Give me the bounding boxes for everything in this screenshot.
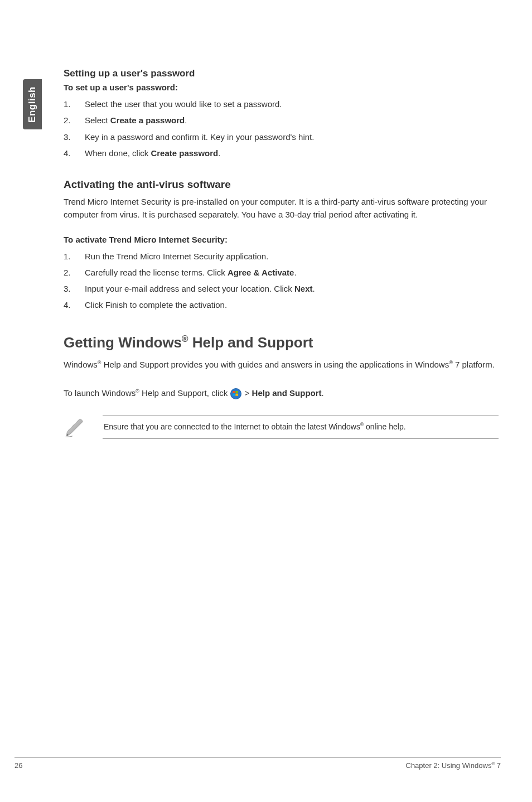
step-text: Click Finish to complete the activation. (85, 298, 499, 311)
step-text: When done, click Create password. (85, 147, 499, 160)
step-number: 3. (64, 131, 85, 143)
setting-password-subheading: To set up a user's password: (64, 83, 499, 92)
chapter-label: Chapter 2: Using Windows® 7 (406, 761, 501, 770)
pen-note-icon (64, 416, 87, 439)
step-number: 1. (64, 250, 85, 263)
language-tab-label: English (27, 86, 38, 123)
antivirus-steps: 1. Run the Trend Micro Internet Security… (64, 250, 499, 312)
list-item: 2. Carefully read the license terms. Cli… (64, 266, 499, 279)
page-number: 26 (14, 761, 22, 770)
step-number: 3. (64, 282, 85, 295)
page-footer: 26 Chapter 2: Using Windows® 7 (14, 757, 501, 770)
list-item: 3. Key in a password and confirm it. Key… (64, 131, 499, 143)
step-number: 4. (64, 147, 85, 160)
list-item: 4. Click Finish to complete the activati… (64, 298, 499, 311)
step-number: 1. (64, 98, 85, 110)
step-text: Select the user that you would like to s… (85, 98, 499, 110)
antivirus-subheading: To activate Trend Micro Internet Securit… (64, 235, 499, 244)
list-item: 3. Input your e-mail address and select … (64, 282, 499, 295)
list-item: 1. Run the Trend Micro Internet Security… (64, 250, 499, 263)
step-text: Select Create a password. (85, 114, 499, 127)
step-text: Carefully read the license terms. Click … (85, 266, 499, 279)
step-text: Key in a password and confirm it. Key in… (85, 131, 499, 143)
step-number: 2. (64, 266, 85, 279)
help-support-launch: To launch Windows® Help and Support, cli… (64, 386, 499, 399)
list-item: 2. Select Create a password. (64, 114, 499, 127)
setting-password-steps: 1. Select the user that you would like t… (64, 98, 499, 160)
language-tab: English (23, 79, 42, 129)
list-item: 4. When done, click Create password. (64, 147, 499, 160)
note-row: Ensure that you are connected to the Int… (64, 415, 499, 439)
page-content: Setting up a user's password To set up a… (64, 68, 499, 439)
note-text: Ensure that you are connected to the Int… (103, 415, 499, 439)
step-text: Input your e-mail address and select you… (85, 282, 499, 295)
antivirus-intro: Trend Micro Internet Security is pre-ins… (64, 195, 499, 221)
windows-start-icon (230, 388, 241, 399)
antivirus-heading: Activating the anti-virus software (64, 178, 499, 191)
list-item: 1. Select the user that you would like t… (64, 98, 499, 110)
help-support-body: Windows® Help and Support provides you w… (64, 358, 499, 371)
step-number: 4. (64, 298, 85, 311)
setting-password-heading: Setting up a user's password (64, 68, 499, 79)
step-number: 2. (64, 114, 85, 127)
step-text: Run the Trend Micro Internet Security ap… (85, 250, 499, 263)
help-support-heading: Getting Windows® Help and Support (64, 334, 499, 351)
